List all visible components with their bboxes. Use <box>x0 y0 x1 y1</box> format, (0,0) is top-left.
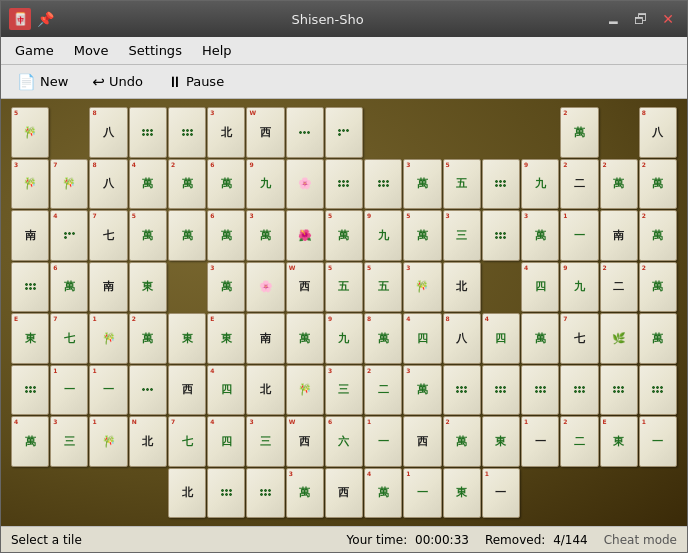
tile[interactable]: 3萬 <box>286 468 324 519</box>
tile[interactable]: 7七 <box>168 416 206 467</box>
tile[interactable]: E東 <box>207 313 245 364</box>
maximize-button[interactable]: 🗗 <box>629 9 653 29</box>
tile[interactable] <box>325 159 363 210</box>
tile[interactable]: 3萬 <box>521 210 559 261</box>
tile[interactable]: 1一 <box>89 365 127 416</box>
tile[interactable]: 4四 <box>403 313 441 364</box>
tile[interactable]: 萬 <box>521 313 559 364</box>
tile[interactable]: 8八 <box>89 159 127 210</box>
tile[interactable]: 5萬 <box>403 210 441 261</box>
tile[interactable] <box>11 365 49 416</box>
undo-button[interactable]: ↩ Undo <box>82 70 153 94</box>
tile[interactable] <box>521 365 559 416</box>
tile[interactable]: 5五 <box>443 159 481 210</box>
tile[interactable] <box>11 262 49 313</box>
tile[interactable]: 8八 <box>89 107 127 158</box>
menu-help[interactable]: Help <box>192 40 242 61</box>
tile[interactable]: 9九 <box>560 262 598 313</box>
tile[interactable]: 🌸 <box>246 262 284 313</box>
tile[interactable]: 3三 <box>443 210 481 261</box>
tile[interactable]: 5萬 <box>325 210 363 261</box>
tile[interactable]: 1一 <box>364 416 402 467</box>
tile[interactable]: 萬 <box>286 313 324 364</box>
tile[interactable]: E東 <box>600 416 638 467</box>
tile[interactable]: 4萬 <box>364 468 402 519</box>
tile[interactable]: 4四 <box>521 262 559 313</box>
tile[interactable]: 1一 <box>521 416 559 467</box>
tile[interactable] <box>639 365 677 416</box>
tile[interactable]: 1一 <box>403 468 441 519</box>
tile[interactable] <box>560 365 598 416</box>
tile[interactable]: 2二 <box>600 262 638 313</box>
tile[interactable]: 8八 <box>639 107 677 158</box>
tile[interactable]: 🌿 <box>600 313 638 364</box>
tile[interactable]: 萬 <box>639 313 677 364</box>
menu-move[interactable]: Move <box>64 40 119 61</box>
tile[interactable] <box>364 159 402 210</box>
tile[interactable]: 🎋 <box>286 365 324 416</box>
tile[interactable]: 3🎋 <box>403 262 441 313</box>
tile[interactable]: 4 <box>50 210 88 261</box>
tile[interactable]: 3萬 <box>403 159 441 210</box>
tile[interactable]: 2二 <box>560 159 598 210</box>
tile[interactable]: 3萬 <box>207 262 245 313</box>
tile[interactable]: 5五 <box>325 262 363 313</box>
tile[interactable]: 1一 <box>482 468 520 519</box>
tile[interactable]: 7七 <box>50 313 88 364</box>
tile[interactable] <box>482 159 520 210</box>
tile[interactable] <box>325 107 363 158</box>
tile[interactable]: 東 <box>443 468 481 519</box>
tile[interactable] <box>443 365 481 416</box>
tile[interactable] <box>168 107 206 158</box>
tile[interactable]: 萬 <box>168 210 206 261</box>
tile[interactable]: 北 <box>443 262 481 313</box>
tile[interactable]: 2萬 <box>168 159 206 210</box>
tile[interactable]: 5五 <box>364 262 402 313</box>
tile[interactable]: 9九 <box>521 159 559 210</box>
tile[interactable] <box>207 468 245 519</box>
tile[interactable]: 3三 <box>246 416 284 467</box>
tile[interactable]: N北 <box>129 416 167 467</box>
tile[interactable]: 4四 <box>207 416 245 467</box>
tile[interactable]: 西 <box>168 365 206 416</box>
tile[interactable]: 9九 <box>325 313 363 364</box>
tile[interactable]: 9九 <box>364 210 402 261</box>
tile[interactable]: 🌺 <box>286 210 324 261</box>
tile[interactable]: 8八 <box>443 313 481 364</box>
tile[interactable]: 東 <box>168 313 206 364</box>
tile[interactable]: 6萬 <box>207 210 245 261</box>
tile[interactable]: 6萬 <box>50 262 88 313</box>
tile[interactable]: 5萬 <box>129 210 167 261</box>
tile[interactable]: 東 <box>482 416 520 467</box>
tile[interactable]: 3萬 <box>403 365 441 416</box>
tile[interactable]: 2萬 <box>129 313 167 364</box>
tile[interactable]: 4萬 <box>129 159 167 210</box>
pause-button[interactable]: ⏸ Pause <box>157 70 234 94</box>
tile[interactable]: 北 <box>168 468 206 519</box>
tile[interactable]: 4四 <box>482 313 520 364</box>
tile[interactable]: 3北 <box>207 107 245 158</box>
tile[interactable]: W西 <box>286 262 324 313</box>
tile[interactable]: 🌸 <box>286 159 324 210</box>
tile[interactable]: W西 <box>286 416 324 467</box>
tile[interactable]: 1一 <box>560 210 598 261</box>
tile[interactable]: 3🎋 <box>11 159 49 210</box>
menu-game[interactable]: Game <box>5 40 64 61</box>
tile[interactable]: 3三 <box>325 365 363 416</box>
tile[interactable]: 2萬 <box>639 210 677 261</box>
tile[interactable]: 2萬 <box>639 262 677 313</box>
tile[interactable]: 8萬 <box>364 313 402 364</box>
tile[interactable] <box>600 365 638 416</box>
tile[interactable]: 南 <box>11 210 49 261</box>
tile[interactable]: 2萬 <box>560 107 598 158</box>
tile[interactable]: 6萬 <box>207 159 245 210</box>
tile[interactable]: 3萬 <box>246 210 284 261</box>
tile[interactable]: 南 <box>246 313 284 364</box>
tile[interactable]: 4萬 <box>11 416 49 467</box>
tile[interactable]: 4四 <box>207 365 245 416</box>
tile[interactable]: 7🎋 <box>50 159 88 210</box>
tile[interactable]: 5🎋 <box>11 107 49 158</box>
tile[interactable]: 1一 <box>50 365 88 416</box>
tile[interactable]: 7七 <box>560 313 598 364</box>
menu-settings[interactable]: Settings <box>119 40 192 61</box>
